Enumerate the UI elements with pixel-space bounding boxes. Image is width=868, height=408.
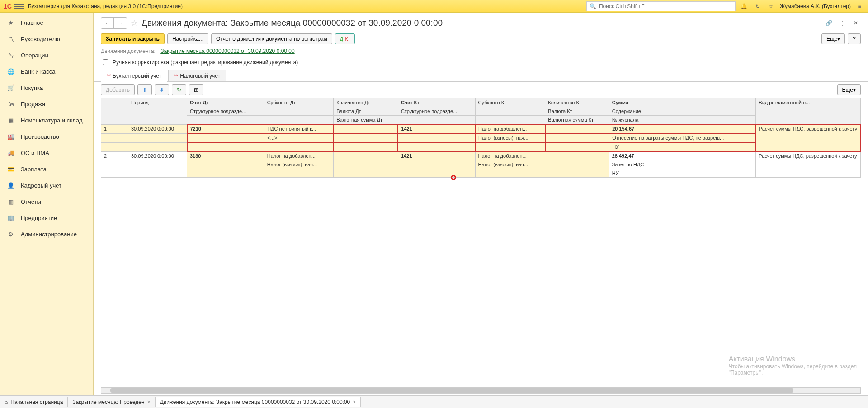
sidebar-item-reports[interactable]: ▥Отчеты (0, 193, 93, 210)
table-row[interactable]: <...> Налог (взносы): нач... Отнесение н… (101, 133, 861, 142)
home-icon: ⌂ (5, 399, 8, 405)
app-title: Бухгалтерия для Казахстана, редакция 3.0… (28, 3, 183, 9)
info-label: Движения документа: (101, 48, 156, 54)
more-button[interactable]: Еще ▾ (821, 33, 845, 44)
nav-buttons: ← → (101, 17, 127, 29)
search-icon: 🔍 (590, 3, 596, 9)
title-bar: 1C Бухгалтерия для Казахстана, редакция … (0, 0, 868, 13)
building-icon: 🏢 (6, 215, 15, 221)
checkbox-label: Ручная корректировка (разрешает редактир… (113, 59, 298, 66)
marker-dot-icon (451, 175, 456, 180)
globe-icon: 🌐 (6, 68, 15, 75)
sidebar-item-admin[interactable]: ⚙Администрирование (0, 226, 93, 242)
help-button[interactable]: ? (848, 33, 861, 44)
gear-icon: ⚙ (6, 231, 15, 238)
document-area: ← → ☆ Движения документа: Закрытие месяц… (94, 13, 868, 395)
sidebar-item-sale[interactable]: 🛍Продажа (0, 96, 93, 112)
star-icon: ★ (6, 19, 15, 26)
sidebar-item-bank[interactable]: 🌐Банк и касса (0, 63, 93, 80)
favorite-icon[interactable]: ☆ (131, 18, 138, 28)
card-icon: 💳 (6, 166, 15, 173)
sidebar-item-stock[interactable]: ▦Номенклатура и склад (0, 112, 93, 128)
truck-icon: 🚚 (6, 150, 15, 156)
sidebar-item-operations[interactable]: ᴬᵧОперации (0, 47, 93, 63)
bell-icon[interactable]: 🔔 (739, 1, 749, 11)
user-label[interactable]: Жумабаева А.К. (Бухгалтер) (780, 3, 851, 9)
table-row[interactable]: НУ (101, 169, 861, 178)
watermark: Активация Windows Чтобы активировать Win… (729, 355, 857, 376)
add-button[interactable]: Добавить (101, 84, 135, 95)
dtdkt-icon: ᴰᴷ (174, 74, 178, 79)
ops-icon: ᴬᵧ (6, 52, 15, 59)
horizontal-scrollbar[interactable] (101, 387, 861, 394)
window-tabs: ⌂Начальная страница Закрытие месяца: Про… (0, 395, 868, 408)
table-row[interactable]: НУ (101, 142, 861, 151)
bars-icon: ▥ (6, 198, 15, 205)
chart-icon: 〽 (6, 36, 15, 42)
tab-tax[interactable]: ᴰᴷНалоговый учет (168, 70, 226, 81)
manual-correction-checkbox[interactable] (103, 59, 108, 65)
move-down-button[interactable]: ⬇ (155, 84, 169, 95)
sidebar-item-salary[interactable]: 💳Зарплата (0, 161, 93, 177)
expand-button[interactable]: ⊞ (189, 84, 203, 95)
cart-icon: 🛒 (6, 84, 15, 91)
bag-icon: 🛍 (6, 101, 15, 108)
sidebar-item-purchase[interactable]: 🛒Покупка (0, 80, 93, 96)
sidebar-item-assets[interactable]: 🚚ОС и НМА (0, 145, 93, 161)
dtdkt-button[interactable]: ДтКт (335, 33, 355, 44)
tab-movements[interactable]: Движения документа: Закрытие месяца 0000… (156, 397, 361, 407)
table-row[interactable]: 2 30.09.2020 0:00:00 3130 Налог на добав… (101, 151, 861, 160)
hamburger-icon[interactable] (14, 2, 24, 11)
person-icon: 👤 (6, 182, 15, 189)
move-up-button[interactable]: ⬆ (137, 84, 152, 95)
search-input[interactable] (598, 3, 732, 10)
back-button[interactable]: ← (101, 18, 114, 28)
sidebar-item-manager[interactable]: 〽Руководителю (0, 31, 93, 47)
search-box[interactable]: 🔍 (586, 1, 736, 11)
tab-closing[interactable]: Закрытие месяца: Проведен× (68, 397, 155, 407)
dtdkt-icon: ᴰᴷ (107, 74, 111, 79)
factory-icon: 🏭 (6, 133, 15, 140)
table-row[interactable]: 1 30.09.2020 0:00:00 7210 НДС не приняты… (101, 124, 861, 133)
close-icon[interactable]: ✕ (851, 18, 861, 28)
history-icon[interactable]: ↻ (753, 1, 763, 11)
sidebar-item-hr[interactable]: 👤Кадровый учет (0, 177, 93, 193)
document-link[interactable]: Закрытие месяца 00000000032 от 30.09.202… (160, 48, 294, 54)
tab-home[interactable]: ⌂Начальная страница (0, 397, 68, 407)
grid-more-button[interactable]: Еще ▾ (837, 84, 861, 95)
close-icon[interactable]: × (147, 399, 151, 405)
sidebar: ★Главное 〽Руководителю ᴬᵧОперации 🌐Банк … (0, 13, 94, 395)
link-icon[interactable]: 🔗 (824, 18, 834, 28)
app-logo: 1C (4, 3, 12, 10)
entries-table: Период Счет Дт Субконто Дт Количество Дт… (101, 98, 861, 178)
forward-button[interactable]: → (114, 18, 127, 28)
report-button[interactable]: Отчет о движениях документа по регистрам (211, 33, 332, 44)
sidebar-item-production[interactable]: 🏭Производство (0, 128, 93, 145)
refresh-button[interactable]: ↻ (172, 84, 186, 95)
grid-icon: ▦ (6, 117, 15, 124)
settings-button[interactable]: Настройка... (167, 33, 208, 44)
star-icon[interactable]: ☆ (766, 1, 776, 11)
sidebar-item-main[interactable]: ★Главное (0, 14, 93, 31)
write-close-button[interactable]: Записать и закрыть (101, 33, 165, 44)
sidebar-item-company[interactable]: 🏢Предприятие (0, 210, 93, 226)
table-row[interactable]: Налог (взносы): нач... Налог (взносы): н… (101, 160, 861, 169)
menu-icon[interactable]: ≡ (854, 1, 864, 11)
document-title: Движения документа: Закрытие месяца 0000… (142, 18, 443, 28)
kebab-icon[interactable]: ⋮ (837, 18, 847, 28)
close-icon[interactable]: × (353, 399, 356, 405)
tab-accounting[interactable]: ᴰᴷБухгалтерский учет (101, 70, 167, 82)
